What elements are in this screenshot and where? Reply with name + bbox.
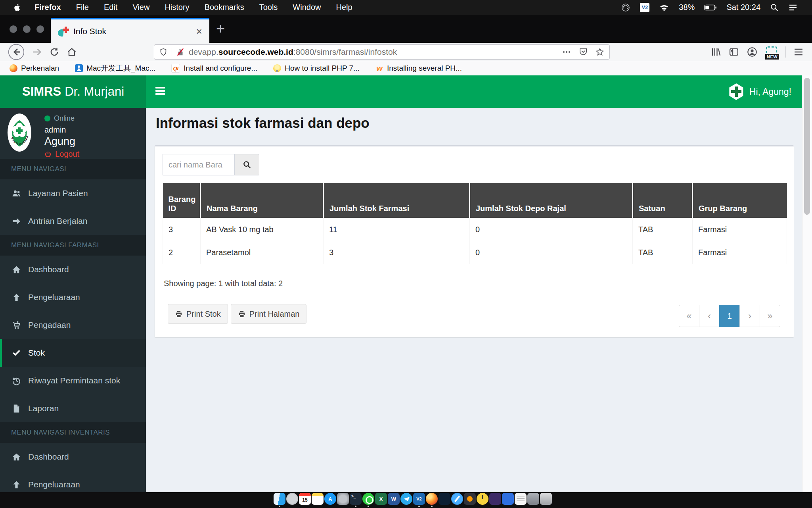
apple-icon[interactable]: [13, 3, 21, 12]
scrollbar-thumb[interactable]: [804, 78, 810, 215]
online-status[interactable]: Online: [44, 114, 79, 123]
app-logo[interactable]: SIMRSDr. Murjani: [0, 75, 146, 108]
bookmark-install-php[interactable]: How to install PHP 7...: [273, 64, 360, 73]
col-jumlah-stok-depo-rajal[interactable]: Jumlah Stok Depo Rajal: [470, 183, 633, 218]
forward-button[interactable]: [32, 47, 42, 57]
telegram-dock-icon[interactable]: [400, 493, 412, 505]
tab-close-icon[interactable]: ×: [196, 26, 202, 37]
menu-view[interactable]: View: [125, 3, 157, 12]
menu-firefox[interactable]: Firefox: [27, 3, 69, 12]
sidebar-collapse-button[interactable]: [155, 87, 165, 96]
tab-title: Info Stok: [73, 27, 106, 36]
app-dock-icon[interactable]: [464, 493, 476, 505]
menu-help[interactable]: Help: [329, 3, 360, 12]
library-icon[interactable]: [710, 46, 721, 58]
sidebar-item-laporan[interactable]: Laporan: [0, 394, 146, 422]
page-actions-icon[interactable]: [562, 47, 571, 57]
reload-button[interactable]: [49, 47, 59, 57]
table-row[interactable]: 3 AB Vask 10 mg tab 11 0 TAB Farmasi: [163, 218, 787, 241]
print-halaman-button[interactable]: Print Halaman: [231, 304, 307, 324]
creative-cloud-icon[interactable]: [621, 3, 630, 12]
bookmark-mac-tools[interactable]: Mac开发工具_Mac...: [75, 63, 155, 73]
account-icon[interactable]: [747, 46, 758, 58]
page-first-button[interactable]: «: [679, 305, 699, 327]
wifi-icon[interactable]: [659, 3, 669, 12]
app-dock-icon[interactable]: [502, 493, 514, 505]
page-last-button[interactable]: »: [760, 305, 780, 327]
bookmark-perkenalan[interactable]: Perkenalan: [10, 64, 59, 73]
terminal-dock-icon[interactable]: >_: [350, 493, 362, 505]
menu-edit[interactable]: Edit: [96, 3, 125, 12]
sidebar-item-pengeluaraan-inventaris[interactable]: Pengeluaraan: [0, 471, 146, 492]
menu-file[interactable]: File: [69, 3, 96, 12]
url-bar[interactable]: devapp.sourcecode.web.id:8080/simrs/farm…: [154, 44, 610, 60]
trash-dock-icon[interactable]: [540, 493, 552, 505]
home-button[interactable]: [67, 47, 77, 57]
window-minimize-button[interactable]: [23, 25, 31, 33]
insecure-lock-icon[interactable]: [176, 48, 185, 56]
menu-bookmarks[interactable]: Bookmarks: [197, 3, 252, 12]
bookmark-installing-several[interactable]: wInstalling several PH...: [375, 64, 462, 73]
navbar-user-menu[interactable]: Hi, Agung!: [729, 75, 791, 108]
hamburger-menu-icon[interactable]: [793, 46, 804, 58]
app-dock-icon[interactable]: [439, 493, 450, 505]
whatsapp-dock-icon[interactable]: [362, 493, 374, 505]
search-input[interactable]: [163, 154, 235, 175]
page-next-button[interactable]: ›: [739, 305, 760, 327]
tracking-shield-icon[interactable]: [159, 48, 168, 56]
sidebar-item-stok[interactable]: Stok: [0, 339, 146, 367]
sidebar-item-antrian-berjalan[interactable]: Antrian Berjalan: [0, 207, 146, 235]
sidebar-item-riwayat-permintaan-stok[interactable]: Riwayat Permintaan stok: [0, 367, 146, 394]
page-prev-button[interactable]: ‹: [699, 305, 720, 327]
app-store-dock-icon[interactable]: A: [324, 493, 336, 505]
clock-dock-icon[interactable]: [477, 493, 488, 505]
sidebar-item-pengadaan[interactable]: Pengadaan: [0, 311, 146, 339]
vnc-viewer-dock-icon[interactable]: V2: [413, 493, 425, 505]
window-close-button[interactable]: [10, 25, 17, 33]
menu-history[interactable]: History: [157, 3, 197, 12]
print-stok-button[interactable]: Print Stok: [168, 304, 228, 324]
logout-link[interactable]: Logout: [44, 150, 79, 159]
window-zoom-button[interactable]: [36, 25, 44, 33]
pocket-icon[interactable]: [578, 47, 588, 57]
sidebar-item-dashboard-inventaris[interactable]: Dashboard: [0, 443, 146, 471]
menu-clock[interactable]: Sat 20:24: [726, 3, 760, 12]
calendar-dock-icon[interactable]: 15: [299, 493, 311, 505]
sidebar-item-pengeluaraan[interactable]: Pengeluaraan: [0, 283, 146, 311]
word-dock-icon[interactable]: W: [388, 493, 400, 505]
col-barang-id[interactable]: Barang ID: [163, 183, 201, 218]
col-nama-barang[interactable]: Nama Barang: [201, 183, 324, 218]
system-preferences-dock-icon[interactable]: [337, 493, 349, 505]
finder-dock-icon[interactable]: [274, 493, 285, 505]
page-scrollbar[interactable]: [802, 75, 812, 492]
page-1-button[interactable]: 1: [719, 305, 740, 327]
safari-dock-icon[interactable]: [451, 493, 463, 505]
sidebar-item-layanan-pasien[interactable]: Layanan Pasien: [0, 179, 146, 207]
main-content: Informasi stok farmasi dan depo Barang I…: [146, 108, 812, 492]
col-grup-barang[interactable]: Grup Barang: [693, 183, 787, 218]
search-button[interactable]: [235, 154, 259, 175]
sidebar-item-dashboard-farmasi[interactable]: Dashboard: [0, 256, 146, 283]
back-button[interactable]: [8, 44, 25, 60]
app-dock-icon[interactable]: [527, 493, 539, 505]
bookmark-install-configure[interactable]: QIInstall and configure...: [171, 64, 257, 73]
launchpad-dock-icon[interactable]: [286, 493, 298, 505]
spotlight-search-icon[interactable]: [770, 3, 779, 12]
app-dock-icon[interactable]: [489, 493, 501, 505]
new-tab-button[interactable]: +: [216, 20, 225, 37]
col-satuan[interactable]: Satuan: [633, 183, 693, 218]
tab-info-stok[interactable]: Info Stok ×: [51, 18, 209, 43]
textedit-dock-icon[interactable]: [515, 493, 527, 505]
sidebar-toggle-icon[interactable]: [728, 46, 739, 58]
menu-window[interactable]: Window: [285, 3, 328, 12]
notes-dock-icon[interactable]: [312, 493, 324, 505]
screenshots-icon[interactable]: NEW: [765, 45, 778, 59]
vnc-tray-icon[interactable]: V2: [640, 3, 649, 12]
firefox-dock-icon[interactable]: [426, 493, 438, 505]
col-jumlah-stok-farmasi[interactable]: Jumlah Stok Farmasi: [324, 183, 470, 218]
notification-center-icon[interactable]: [788, 4, 798, 12]
table-row[interactable]: 2 Parasetamol 3 0 TAB Farmasi: [163, 241, 787, 264]
bookmark-star-icon[interactable]: [595, 47, 605, 57]
menu-tools[interactable]: Tools: [252, 3, 285, 12]
excel-dock-icon[interactable]: X: [375, 493, 387, 505]
